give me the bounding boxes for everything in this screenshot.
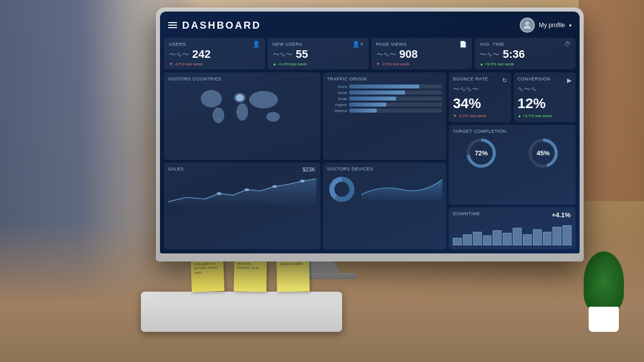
new-users-value: 55 [296, 48, 308, 61]
bounce-rate-title: Bounce rate [453, 76, 488, 81]
downtime-bar [453, 238, 462, 245]
bounce-rate-change: ▼ -6.2% last week [453, 114, 507, 118]
downtime-bar [483, 235, 492, 245]
bar-row-direct: Direct [327, 84, 442, 88]
users-icon: 👤 [253, 41, 260, 48]
sticky-note-3: ARRANGE ABBY [276, 258, 309, 292]
dashboard-title: DASHBOARD [182, 20, 261, 31]
downtime-bar [473, 232, 482, 246]
sales-amount: $23K [302, 166, 315, 172]
devices-area-chart [361, 174, 442, 204]
world-map-svg [168, 84, 316, 127]
sticky-note-2: MEETING MONDAY 13:30 [233, 258, 267, 292]
traffic-origin-widget: Traffic origin Direct Social [323, 72, 446, 160]
donut-chart [328, 175, 356, 203]
bar-row-organic: Organic [327, 103, 442, 107]
page-views-change: ▼ -2.9% last week [376, 62, 467, 66]
traffic-bar-chart: Direct Social Email [327, 84, 442, 113]
sticky-notes-area: THIS MONTH'S REPORT JOHN'S OKAY MEETING … [191, 259, 309, 292]
left-column: Visitors countries [164, 72, 320, 249]
target-circle-1: 72% [465, 137, 498, 169]
downtime-bar [493, 230, 502, 245]
target-circle-1-label: 72% [465, 137, 498, 169]
new-users-label: New users [273, 42, 302, 47]
main-content: Visitors countries [164, 72, 576, 249]
svg-point-1 [201, 90, 222, 107]
refresh-icon: ↻ [502, 77, 507, 84]
page-views-value: 908 [399, 48, 418, 61]
visitors-devices-title: Visitors devices [327, 166, 442, 171]
downtime-bar [533, 229, 542, 246]
target-circle-2: 45% [527, 137, 559, 169]
sales-widget: Sales $23K [164, 162, 320, 250]
target-circles: 72% 45% [453, 137, 572, 169]
avg-time-value: 5:36 [503, 48, 525, 61]
avg-time-label: Avg. time [479, 42, 504, 47]
bounce-sparkline: 〜∿∿〜 [453, 85, 479, 93]
conversion-sparkline: ∿〜∿ [518, 85, 537, 93]
downtime-bar [523, 234, 532, 246]
menu-button[interactable] [168, 22, 177, 28]
svg-point-0 [525, 22, 529, 25]
new-users-icon: 👤+ [352, 41, 363, 48]
downtime-bar [543, 232, 552, 246]
svg-point-5 [250, 91, 278, 108]
downtime-bar [513, 228, 522, 245]
clock-icon: ⏱ [565, 41, 571, 48]
center-column: Traffic origin Direct Social [323, 72, 446, 249]
downtime-bar [463, 234, 472, 246]
bar-row-referral: Referral [327, 109, 442, 113]
downtime-bar-chart [453, 220, 572, 245]
traffic-origin-title: Traffic origin [327, 76, 442, 81]
monitor-screen: DASHBOARD My profile ▾ [160, 12, 580, 253]
monitor-outer: DASHBOARD My profile ▾ [156, 8, 584, 261]
conversion-title: Conversion [518, 76, 551, 81]
bounce-rate-value: 34% [453, 96, 507, 112]
new-users-change: ▲ +1.8% last week [273, 62, 364, 66]
bar-row-email: Email [327, 97, 442, 101]
chevron-down-icon: ▾ [569, 23, 572, 28]
svg-point-11 [217, 192, 221, 195]
sales-title: Sales [168, 166, 316, 171]
page-views-stat: Page views 📄 〜∿〜 908 ▼ -2.9% last week [371, 38, 472, 69]
target-circle-2-label: 45% [527, 137, 559, 169]
avg-time-sparkline: 〜∿〜 [479, 51, 500, 58]
devices-donut [327, 175, 357, 203]
conversion-widget: Conversion ▶ ∿〜∿ 12% ▲ +3.7% last week [514, 72, 576, 122]
avatar [520, 18, 535, 33]
bookshelf [579, 0, 644, 201]
users-value: 242 [192, 48, 211, 61]
svg-point-8 [239, 97, 241, 99]
svg-point-10 [213, 99, 214, 101]
page-views-label: Page views [376, 42, 407, 47]
svg-point-9 [263, 98, 264, 100]
user-icon [522, 20, 533, 31]
downtime-bar [552, 227, 561, 246]
users-change: ▼ -4.5% last week [169, 62, 260, 66]
svg-point-6 [267, 112, 280, 122]
downtime-bar [503, 233, 512, 245]
avg-time-stat: Avg. time ⏱ 〜∿〜 5:36 ▲ +9.5% last week [474, 38, 576, 69]
title-area: DASHBOARD [168, 20, 261, 31]
monitor: DASHBOARD My profile ▾ [156, 8, 584, 261]
svg-point-2 [213, 108, 224, 123]
target-completion-title: Target completion [453, 129, 572, 134]
new-users-sparkline: 〜∿〜 [273, 51, 293, 58]
right-column: Bounce rate ↻ 〜∿∿〜 34% ▼ -6.2% last week [449, 72, 576, 249]
visitors-devices-widget: Visitors devices [323, 162, 446, 250]
keyboard [141, 292, 342, 332]
svg-point-13 [272, 185, 277, 188]
profile-button[interactable]: My profile ▾ [520, 18, 572, 33]
avg-time-change: ▲ +9.5% last week [479, 62, 571, 66]
new-users-stat: New users 👤+ 〜∿〜 55 ▲ +1.8% last week [268, 38, 369, 69]
world-map [168, 84, 316, 127]
conversion-change: ▲ +3.7% last week [518, 114, 572, 118]
bounce-rate-widget: Bounce rate ↻ 〜∿∿〜 34% ▼ -6.2% last week [449, 72, 511, 122]
users-label: Users [169, 42, 186, 47]
users-stat: Users 👤 〜∿〜 242 ▼ -4.5% last week [164, 38, 265, 69]
visitors-countries-title: Visitors countries [168, 76, 316, 81]
stats-row: Users 👤 〜∿〜 242 ▼ -4.5% last week New us… [164, 38, 576, 69]
svg-point-12 [245, 188, 249, 191]
sales-line-chart [168, 174, 316, 207]
metrics-row: Bounce rate ↻ 〜∿∿〜 34% ▼ -6.2% last week [449, 72, 576, 122]
